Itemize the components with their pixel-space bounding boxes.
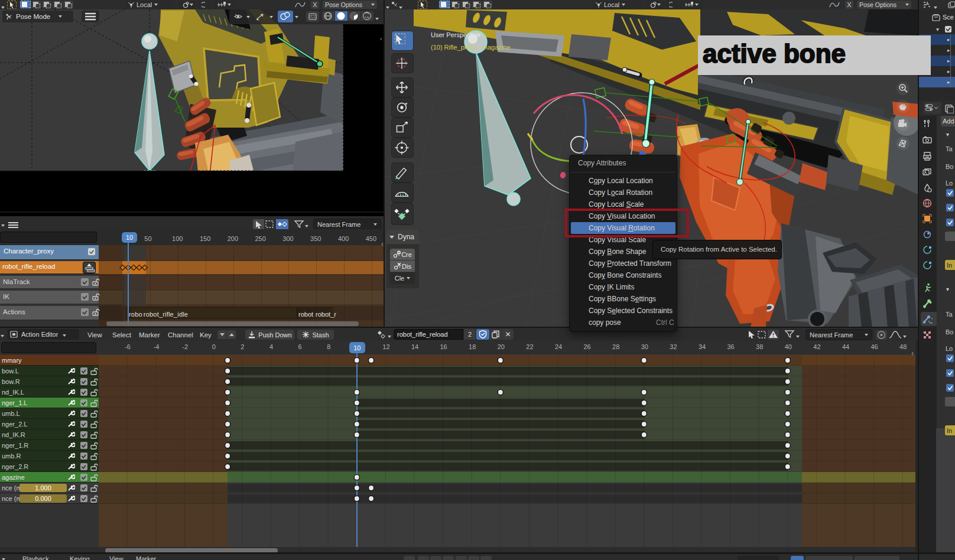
svg-text:‹: ‹ <box>380 35 382 42</box>
